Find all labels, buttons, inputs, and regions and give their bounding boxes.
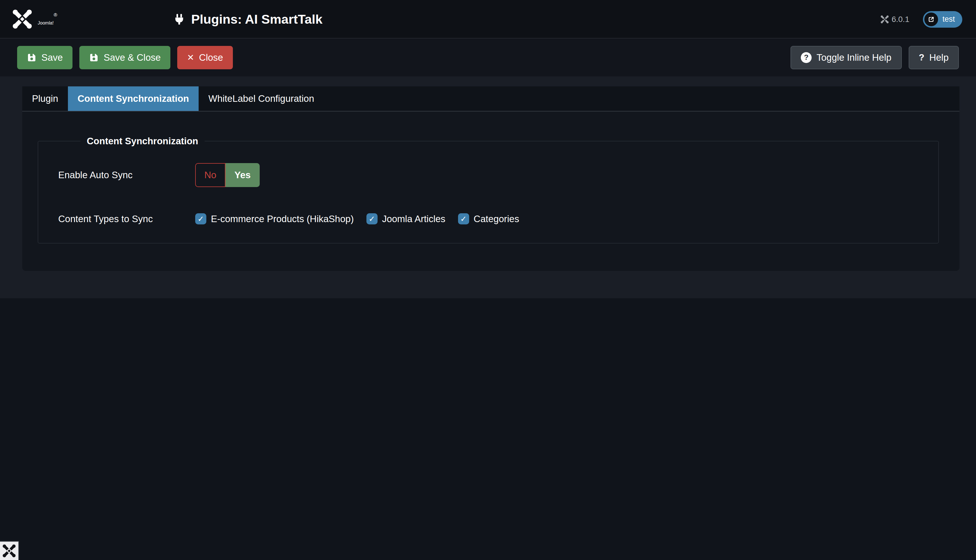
toggle-inline-help-label: Toggle Inline Help (816, 52, 891, 63)
field-label: Enable Auto Sync (58, 170, 195, 180)
enable-auto-sync-toggle: No Yes (195, 163, 260, 187)
user-label: test (943, 15, 955, 24)
tab-content-synchronization[interactable]: Content Synchronization (68, 87, 199, 111)
checkbox-joomla-articles[interactable]: ✓ Joomla Articles (366, 213, 446, 224)
form-row-content-types: Content Types to Sync ✓ E-commerce Produ… (58, 213, 938, 224)
brand-text: Joomla!® (38, 12, 57, 26)
floppy-disk-icon (89, 53, 99, 62)
close-button-label: Close (199, 52, 223, 63)
joomla-corner-badge (0, 541, 19, 560)
floppy-disk-icon (27, 53, 37, 62)
checkbox-label: E-commerce Products (HikaShop) (211, 213, 354, 224)
toggle-option-yes[interactable]: Yes (226, 163, 260, 187)
content-sync-fieldset: Content Synchronization Enable Auto Sync… (38, 136, 939, 243)
form-row-enable-auto-sync: Enable Auto Sync No Yes (58, 163, 938, 187)
joomla-version: 6.0.1 (881, 15, 909, 24)
circled-question-icon: ? (801, 52, 812, 63)
checkbox-ecommerce-products[interactable]: ✓ E-commerce Products (HikaShop) (195, 213, 354, 224)
registered-mark: ® (53, 12, 57, 18)
save-and-close-label: Save & Close (104, 52, 160, 63)
checkbox-checked-icon[interactable]: ✓ (366, 213, 378, 224)
tab-plugin[interactable]: Plugin (22, 87, 68, 111)
toolbar-left-group: Save Save & Close ✕ Close (17, 46, 233, 69)
admin-navbar: Joomla!® Plugins: AI SmartTalk 6.0.1 (0, 0, 976, 38)
version-text: 6.0.1 (892, 15, 909, 24)
toggle-option-no[interactable]: No (195, 163, 226, 187)
save-button-label: Save (42, 52, 63, 63)
checkbox-label: Categories (474, 213, 520, 224)
close-x-icon: ✕ (187, 53, 194, 62)
help-button[interactable]: ? Help (909, 46, 959, 69)
checkbox-checked-icon[interactable]: ✓ (195, 213, 206, 224)
page-title: Plugins: AI SmartTalk (191, 12, 323, 27)
fieldset-legend: Content Synchronization (80, 136, 205, 147)
help-button-label: Help (929, 52, 949, 63)
joomla-version-icon (881, 15, 889, 23)
tab-panel-content-synchronization: Content Synchronization Enable Auto Sync… (22, 112, 959, 271)
save-and-close-button[interactable]: Save & Close (79, 46, 170, 69)
field-label: Content Types to Sync (58, 213, 195, 224)
joomla-logo-icon (13, 9, 32, 29)
joomla-brand-link[interactable]: Joomla!® (13, 9, 57, 29)
tab-whitelabel-configuration[interactable]: WhiteLabel Configuration (199, 87, 324, 111)
navbar-right: 6.0.1 test (881, 0, 962, 38)
checkbox-label: Joomla Articles (382, 213, 446, 224)
save-button[interactable]: Save (17, 46, 72, 69)
plug-icon (174, 13, 185, 26)
content-area: Plugin Content Synchronization WhiteLabe… (0, 77, 976, 298)
question-mark-icon: ? (919, 52, 925, 63)
config-tabs: Plugin Content Synchronization WhiteLabe… (22, 87, 959, 112)
checkbox-checked-icon[interactable]: ✓ (458, 213, 469, 224)
toggle-inline-help-button[interactable]: ? Toggle Inline Help (790, 46, 901, 69)
page-heading: Plugins: AI SmartTalk (174, 0, 323, 38)
checkbox-categories[interactable]: ✓ Categories (458, 213, 520, 224)
toolbar: Save Save & Close ✕ Close ? Toggle Inlin… (0, 38, 976, 77)
close-button[interactable]: ✕ Close (177, 46, 233, 69)
user-menu-button[interactable]: test (923, 11, 962, 28)
external-link-icon (924, 13, 938, 26)
toolbar-right-group: ? Toggle Inline Help ? Help (790, 46, 959, 69)
joomla-logo-icon (3, 544, 16, 557)
content-types-checkbox-group: ✓ E-commerce Products (HikaShop) ✓ Jooml… (195, 213, 519, 224)
